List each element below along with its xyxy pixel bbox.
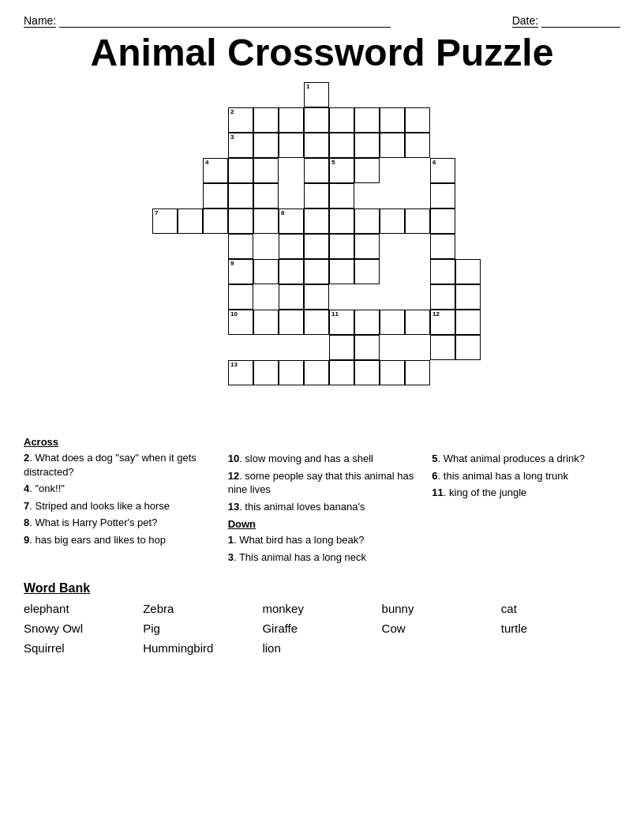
cell-r5-c3 xyxy=(228,208,253,234)
clue-across-13: 13. this animal loves banana's xyxy=(228,500,417,514)
cell-r11-c7 xyxy=(329,360,354,385)
cell-r6-c5 xyxy=(279,234,304,259)
cell-r1-c6 xyxy=(304,107,329,133)
cell-r4-c7 xyxy=(329,183,354,208)
cell-r8-c3 xyxy=(228,284,253,310)
cell-r2-c10 xyxy=(405,133,430,158)
cell-r5-c6 xyxy=(304,208,329,234)
cell-r4-c11 xyxy=(430,183,455,208)
cell-r5-c2 xyxy=(203,208,228,234)
word-monkey: monkey xyxy=(262,600,381,617)
date-field[interactable] xyxy=(541,14,620,28)
word-bank-label: Word Bank xyxy=(24,581,620,595)
cell-r10-c7 xyxy=(329,335,354,360)
cell-r7-c4 xyxy=(253,259,279,284)
cell-r2-c7 xyxy=(329,133,354,158)
across-label: Across xyxy=(24,436,212,448)
cell-r7-c12 xyxy=(455,259,481,284)
cell-r11-c3: 13 xyxy=(228,360,253,385)
word-cat: cat xyxy=(501,600,620,617)
cell-r9-c9 xyxy=(380,310,405,335)
cell-r11-c6 xyxy=(304,360,329,385)
name-field[interactable] xyxy=(59,14,391,28)
cell-r5-c0: 7 xyxy=(152,208,178,234)
cell-r4-c4 xyxy=(253,183,279,208)
word-giraffe: Giraffe xyxy=(262,620,381,637)
clue-across-7: 7. Striped and looks like a horse xyxy=(24,499,212,513)
cell-r5-c7 xyxy=(329,208,354,234)
cell-r9-c12 xyxy=(455,310,481,335)
cell-r4-c2 xyxy=(203,183,228,208)
cell-r3-c4 xyxy=(253,158,279,183)
cell-r3-c7: 5 xyxy=(329,158,354,183)
crossword-grid: 1 2 3 4 5 xyxy=(152,82,492,422)
cell-r5-c1 xyxy=(178,208,203,234)
cell-r2-c4 xyxy=(253,133,279,158)
cell-r1-c5 xyxy=(279,107,304,133)
word-lion: lion xyxy=(262,640,381,656)
cell-r9-c4 xyxy=(253,310,279,335)
cell-r9-c5 xyxy=(279,310,304,335)
name-label: Name: xyxy=(24,14,56,28)
cell-r4-c6 xyxy=(304,183,329,208)
clue-across-4: 4. "onk!!" xyxy=(24,482,212,496)
cell-r6-c11 xyxy=(430,234,455,259)
cell-r2-c5 xyxy=(279,133,304,158)
cell-r3-c2: 4 xyxy=(203,158,228,183)
cell-r7-c6 xyxy=(304,259,329,284)
word-blank2 xyxy=(501,640,620,656)
word-bank-grid: elephant Zebra monkey bunny cat Snowy Ow… xyxy=(24,600,620,656)
cell-r10-c12 xyxy=(455,335,481,360)
cell-r8-c5 xyxy=(279,284,304,310)
puzzle-area: 1 2 3 4 5 xyxy=(24,82,620,422)
cell-r5-c11 xyxy=(430,208,455,234)
cell-r2-c9 xyxy=(380,133,405,158)
cell-r1-c3: 2 xyxy=(228,107,253,133)
cell-r7-c8 xyxy=(354,259,380,284)
cell-r11-c4 xyxy=(253,360,279,385)
word-bunny: bunny xyxy=(382,600,501,617)
cell-r7-c11 xyxy=(430,259,455,284)
word-zebra: Zebra xyxy=(143,600,262,617)
cell-r6-c8 xyxy=(354,234,380,259)
word-blank1 xyxy=(382,640,501,656)
cell-r9-c11: 12 xyxy=(430,310,455,335)
across-clues-col1: Across 2. What does a dog "say" when it … xyxy=(24,436,212,567)
cell-r5-c8 xyxy=(354,208,380,234)
cell-r8-c6 xyxy=(304,284,329,310)
cell-r6-c3 xyxy=(228,234,253,259)
cell-r2-c6 xyxy=(304,133,329,158)
cell-r2-c8 xyxy=(354,133,380,158)
cell-r5-c9 xyxy=(380,208,405,234)
cell-r10-c11 xyxy=(430,335,455,360)
cell-r11-c8 xyxy=(354,360,380,385)
word-hummingbird: Hummingbird xyxy=(143,640,262,656)
clue-across-12: 12. some people say that this animal has… xyxy=(228,469,417,497)
clue-across-2: 2. What does a dog "say" when it gets di… xyxy=(24,451,212,479)
page-title: Animal Crossword Puzzle xyxy=(24,31,620,74)
clue-down-5: 5. What animal produces a drink? xyxy=(432,452,620,466)
date-label: Date: xyxy=(512,14,538,28)
cell-r6-c6 xyxy=(304,234,329,259)
cell-r11-c5 xyxy=(279,360,304,385)
word-bank: Word Bank elephant Zebra monkey bunny ca… xyxy=(24,581,620,656)
cell-r5-c5: 8 xyxy=(279,208,304,234)
cell-r6-c7 xyxy=(329,234,354,259)
word-turtle: turtle xyxy=(501,620,620,637)
cell-r3-c11: 6 xyxy=(430,158,455,183)
cell-r1-c4 xyxy=(253,107,279,133)
cell-r9-c10 xyxy=(405,310,430,335)
clue-down-6: 6. this animal has a long trunk xyxy=(432,469,620,483)
cell-r1-c7 xyxy=(329,107,354,133)
down-clues-col3: 5. What animal produces a drink? 6. this… xyxy=(432,436,620,567)
word-pig: Pig xyxy=(143,620,262,637)
cell-r0-c6: 1 xyxy=(304,82,329,107)
cell-r3-c8 xyxy=(354,158,380,183)
cell-r3-c6 xyxy=(304,158,329,183)
word-snowy-owl: Snowy Owl xyxy=(24,620,143,637)
clue-across-8: 8. What is Harry Potter's pet? xyxy=(24,516,212,530)
header: Name: Date: xyxy=(24,14,620,28)
cell-r7-c3: 9 xyxy=(228,259,253,284)
down-label: Down xyxy=(228,518,417,530)
cell-r2-c3: 3 xyxy=(228,133,253,158)
